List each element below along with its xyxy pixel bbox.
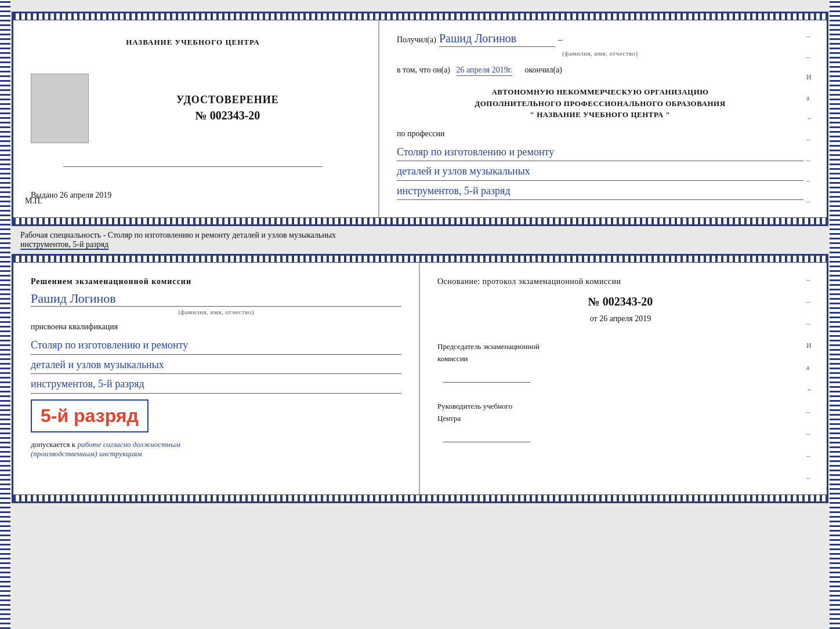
qual-line1: Столяр по изготовлению и ремонту: [31, 336, 401, 355]
profession-section-top: Столяр по изготовлению и ремонту деталей…: [397, 143, 803, 201]
profession-label-top: по профессии: [397, 129, 803, 139]
bottom-stripe-top: [13, 217, 827, 224]
protocol-date-prefix: от: [590, 314, 598, 323]
bottom-stripe-bottom: [13, 495, 827, 501]
recipient-row: Получил(а) Рашид Логинов –: [397, 32, 803, 47]
org-line1: АВТОНОМНУЮ НЕКОММЕРЧЕСКУЮ ОРГАНИЗАЦИЮ: [397, 86, 803, 98]
admit-handwritten1: работе согласно должностным: [77, 440, 180, 449]
cert-number: № 002343-20: [100, 109, 355, 122]
person-name-bottom: Рашид Логинов: [31, 291, 401, 307]
chairman-section: Председатель экзаменационной комиссии: [437, 341, 803, 386]
date-prefix: в том, что он(а): [397, 66, 450, 74]
protocol-date: от 26 апреля 2019: [437, 314, 803, 323]
top-stripe: [13, 13, 827, 20]
bottom-cert-content: Решением экзаменационной комиссии Рашид …: [13, 263, 827, 495]
cert-date-line: в том, что он(а) 26 апреля 2019г. окончи…: [397, 66, 803, 75]
prof-line1-top: Столяр по изготовлению и ремонту: [397, 143, 803, 162]
cert-bottom-right: Основание: протокол экзаменационной коми…: [420, 263, 827, 495]
prof-line2-top: деталей и узлов музыкальных: [397, 162, 803, 181]
page-wrapper: НАЗВАНИЕ УЧЕБНОГО ЦЕНТРА УДОСТОВЕРЕНИЕ №…: [12, 12, 828, 503]
right-dashes: – – И а ← – – – –: [805, 20, 815, 217]
photo-placeholder: [31, 74, 89, 143]
qual-line3: инструментов, 5-й разряд: [31, 375, 401, 394]
mp-stamp: М.П.: [25, 197, 42, 206]
basis-text: Основание: протокол экзаменационной коми…: [437, 277, 803, 286]
specialty-main: Рабочая специальность - Столяр по изгото…: [20, 231, 336, 239]
cert-issued: Выдано 26 апреля 2019: [31, 191, 355, 200]
admit-handwritten2: (производственным) инструкциям: [31, 449, 142, 458]
left-stripe-bottom: [0, 0, 10, 629]
top-certificate: НАЗВАНИЕ УЧЕБНОГО ЦЕНТРА УДОСТОВЕРЕНИЕ №…: [12, 12, 828, 226]
director-signature-line: [437, 431, 803, 446]
director-label: Руководитель учебного Центра: [437, 401, 803, 425]
org-line2: ДОПОЛНИТЕЛЬНОГО ПРОФЕССИОНАЛЬНОГО ОБРАЗО…: [397, 98, 803, 110]
specialty-underlined: инструментов, 5-й разряд: [20, 240, 108, 250]
qualification-label: присвоена квалификация: [31, 322, 401, 332]
cert-divider: [63, 166, 323, 167]
admit-section: допускается к работе согласно должностны…: [31, 440, 401, 459]
org-line3: " НАЗВАНИЕ УЧЕБНОГО ЦЕНТРА ": [397, 109, 803, 121]
person-subtitle-bottom: (фамилия, имя, отчество): [31, 308, 401, 315]
protocol-date-value: 26 апреля 2019: [599, 314, 651, 323]
specialty-section: Рабочая специальность - Столяр по изгото…: [12, 226, 828, 254]
cert-title: УДОСТОВЕРЕНИЕ: [100, 94, 355, 106]
prof-line3-top: инструментов, 5-й разряд: [397, 182, 803, 201]
recipient-name: Рашид Логинов: [439, 32, 555, 47]
training-center-label: НАЗВАНИЕ УЧЕБНОГО ЦЕНТРА: [126, 38, 260, 47]
rank-highlight-box: 5-й разряд: [31, 399, 149, 432]
received-label: Получил(а): [397, 35, 436, 45]
cert-right-top: Получил(а) Рашид Логинов – (фамилия, имя…: [379, 20, 827, 217]
top-cert-content: НАЗВАНИЕ УЧЕБНОГО ЦЕНТРА УДОСТОВЕРЕНИЕ №…: [13, 20, 827, 217]
right-stripe-bottom: [830, 0, 840, 629]
chairman-label: Председатель экзаменационной комиссии: [437, 341, 803, 365]
rank-text: 5-й разряд: [41, 405, 139, 427]
org-text: АВТОНОМНУЮ НЕКОММЕРЧЕСКУЮ ОРГАНИЗАЦИЮ ДО…: [397, 86, 803, 121]
issued-date: 26 апреля 2019: [60, 191, 111, 199]
cert-bottom-left: Решением экзаменационной комиссии Рашид …: [13, 263, 420, 495]
cert-middle: УДОСТОВЕРЕНИЕ № 002343-20: [31, 74, 355, 143]
qual-section: Столяр по изготовлению и ремонту деталей…: [31, 336, 401, 394]
top-stripe-bottom: [13, 256, 827, 263]
right-dashes-bottom: – – – И а ← – – – –: [805, 263, 815, 495]
chairman-signature-line: [437, 371, 803, 387]
qual-line2: деталей и узлов музыкальных: [31, 356, 401, 375]
dash-after-name: –: [558, 35, 562, 45]
commission-text: Решением экзаменационной комиссии: [31, 277, 401, 286]
date-handwritten: 26 апреля 2019г.: [457, 66, 513, 76]
admit-label: допускается к: [31, 440, 75, 449]
cert-info: УДОСТОВЕРЕНИЕ № 002343-20: [100, 94, 355, 122]
date-suffix: окончил(а): [524, 66, 562, 74]
protocol-number: № 002343-20: [437, 295, 803, 308]
bottom-certificate: Решением экзаменационной комиссии Рашид …: [12, 254, 828, 503]
name-subtitle-top: (фамилия, имя, отчество): [397, 50, 803, 57]
director-section: Руководитель учебного Центра: [437, 401, 803, 446]
